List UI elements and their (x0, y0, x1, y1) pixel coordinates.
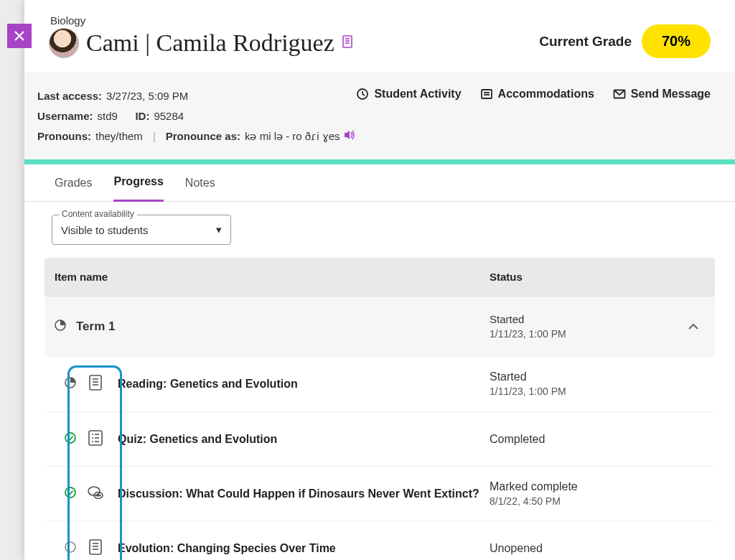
progress-complete-icon (65, 487, 76, 501)
student-activity-label: Student Activity (374, 88, 461, 101)
svg-line-9 (362, 94, 365, 95)
send-message-link[interactable]: Send Message (613, 88, 711, 101)
pronouns-value: they/them (95, 126, 143, 146)
mail-icon (613, 89, 626, 99)
meta-band: Last access: 3/27/23, 5:09 PM Username: … (24, 73, 735, 159)
accommodations-link[interactable]: Accommodations (480, 88, 594, 101)
col-status: Status (490, 271, 705, 283)
item-status: Marked complete (490, 480, 705, 494)
item-name: Reading: Genetics and Evolution (113, 378, 490, 391)
svg-point-20 (65, 433, 75, 443)
grade-block: Current Grade 70% (539, 24, 711, 58)
progress-started-icon (55, 319, 67, 334)
svg-rect-35 (90, 540, 101, 554)
item-status-sub: 1/11/23, 1:00 PM (490, 384, 705, 398)
backdrop-stripe (0, 0, 24, 560)
student-activity-link[interactable]: Student Activity (356, 88, 461, 101)
col-item-name: Item name (55, 271, 490, 283)
course-label: Biology (49, 14, 353, 27)
panel-header: Biology Cami | Camila Rodriguez Current … (24, 0, 735, 64)
pronouns-label: Pronouns: (37, 126, 91, 146)
chevron-up-icon (688, 323, 699, 330)
last-access-label: Last access: (37, 86, 102, 106)
content-availability-select[interactable]: Visible to students ▾ (52, 215, 231, 245)
list-item[interactable]: Evolution: Changing Species Over TimeUno… (45, 521, 715, 560)
student-name: Cami | Camila Rodriguez (86, 29, 334, 57)
term-row[interactable]: Term 1 Started 1/11/23, 1:00 PM (45, 296, 715, 357)
send-message-label: Send Message (631, 88, 711, 101)
quiz-icon (86, 429, 105, 450)
speaker-icon[interactable] (344, 126, 355, 146)
item-status: Completed (490, 432, 705, 447)
svg-rect-10 (482, 90, 492, 98)
student-panel: Biology Cami | Camila Rodriguez Current … (24, 0, 735, 560)
svg-rect-16 (90, 375, 101, 390)
id-value: 95284 (154, 106, 184, 126)
term-title: Term 1 (76, 319, 490, 334)
grade-label: Current Grade (539, 34, 632, 50)
term-status-sub: 1/11/23, 1:00 PM (490, 327, 682, 341)
avatar (49, 28, 79, 58)
item-name: Evolution: Changing Species Over Time (113, 542, 490, 555)
document-icon (86, 538, 105, 559)
list-item[interactable]: Quiz: Genetics and EvolutionCompleted (45, 411, 715, 466)
tab-grades[interactable]: Grades (55, 164, 92, 202)
item-status: Started (490, 370, 705, 384)
filter-legend: Content availability (59, 209, 137, 219)
bookmark-icon (342, 34, 353, 52)
pronounce-value: kə mi lə - ro ðɾi ɣes (245, 126, 340, 146)
collapse-toggle[interactable] (682, 320, 705, 333)
grade-value: 70% (642, 24, 711, 58)
list-icon (480, 88, 493, 101)
svg-rect-2 (343, 36, 352, 47)
accommodations-label: Accommodations (498, 88, 594, 101)
list-item[interactable]: Reading: Genetics and EvolutionStarted1/… (45, 357, 715, 411)
pronounce-label: Pronounce as: (166, 126, 240, 146)
term-status: Started (490, 312, 682, 327)
filter-row: Content availability Visible to students… (24, 202, 735, 258)
item-status: Unopened (490, 541, 705, 556)
item-name: Discussion: What Could Happen if Dinosau… (113, 487, 490, 500)
close-button[interactable] (7, 24, 32, 48)
list-item[interactable]: Discussion: What Could Happen if Dinosau… (45, 466, 715, 521)
svg-point-28 (65, 487, 75, 498)
id-label: ID: (135, 106, 149, 126)
close-icon (13, 29, 26, 42)
discussion-icon (86, 483, 105, 505)
table-header: Item name Status (45, 258, 715, 296)
tab-notes[interactable]: Notes (185, 164, 215, 202)
tabs: Grades Progress Notes (24, 164, 735, 202)
svg-point-33 (99, 495, 100, 496)
caret-down-icon: ▾ (216, 223, 222, 236)
item-status-sub: 8/1/22, 4:50 PM (490, 494, 705, 508)
clock-icon (356, 88, 369, 101)
progress-started-icon (65, 377, 76, 391)
document-icon (86, 373, 105, 395)
item-name: Quiz: Genetics and Evolution (113, 433, 490, 446)
last-access-value: 3/27/23, 5:09 PM (106, 86, 188, 106)
progress-unopened-icon (65, 541, 76, 556)
progress-complete-icon (65, 432, 76, 447)
progress-table: Item name Status Term 1 Started 1/11/23,… (24, 258, 735, 560)
tab-progress[interactable]: Progress (113, 164, 163, 202)
username-label: Username: (37, 106, 93, 126)
filter-value: Visible to students (61, 224, 148, 236)
svg-marker-6 (345, 131, 350, 139)
username-value: std9 (98, 106, 118, 126)
svg-point-34 (65, 542, 75, 552)
